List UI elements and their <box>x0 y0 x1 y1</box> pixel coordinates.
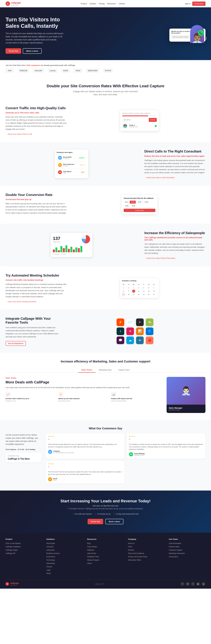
footer-link-c6[interactable]: Information Office <box>128 559 141 561</box>
footer-link-s1[interactable]: Real Estate <box>46 542 55 544</box>
cal-day-18[interactable]: 12 <box>142 290 145 293</box>
time-slot-10[interactable]: 10:00 <box>130 201 136 204</box>
nav-resources[interactable]: Resources <box>107 3 116 5</box>
cal-day-14[interactable]: 8 <box>122 290 125 293</box>
time-slot-13[interactable]: 13:00 <box>144 201 149 204</box>
feature5-link[interactable]: → read more about meeting scheduler <box>6 300 36 303</box>
footer-col-resources: Resources Blog Case Studies Webinars Hel… <box>87 538 124 576</box>
cal-day-8[interactable]: 2 <box>127 286 130 289</box>
footer-link-r3[interactable]: Webinars <box>87 549 94 551</box>
cal-day-13[interactable]: 7 <box>152 286 155 289</box>
bar-3 <box>60 246 62 252</box>
footer-link-u2[interactable]: Inbound Sales <box>169 546 180 548</box>
flow-name-2: Peter Anderson <box>63 164 78 165</box>
footer-link-u4[interactable]: Marketing Automation <box>169 552 185 554</box>
cal-day-11[interactable]: 5 <box>142 286 145 289</box>
footer-link-p4[interactable]: CallPage API <box>6 552 16 554</box>
footer-link-c2[interactable]: Press <box>128 546 132 548</box>
cal-day-12[interactable]: 6 <box>147 286 150 289</box>
footer-link-p1[interactable]: Click to call software <box>6 542 21 544</box>
cal-day-24[interactable]: 18 <box>137 293 140 296</box>
cal-day-23[interactable]: 17 <box>132 293 135 296</box>
footer-social-twitter[interactable]: t <box>191 582 195 586</box>
feature1-mockup: Would you like to receive a free callbac… <box>120 110 159 131</box>
footer-link-r7[interactable]: Status <box>87 562 92 564</box>
footer-social-facebook[interactable]: f <box>180 582 184 586</box>
cal-day-20[interactable]: 14 <box>152 290 155 293</box>
time-slot-15[interactable]: 15:00 <box>130 204 136 207</box>
footer-link-p2[interactable]: CallPage Installation <box>6 546 21 548</box>
footer-link-s6[interactable]: Technology <box>46 559 55 561</box>
time-slot-9[interactable]: 9:00 <box>124 201 129 204</box>
testimonial-avatar-2: PW <box>129 452 133 456</box>
nav-solution[interactable]: Solution <box>90 3 96 5</box>
feature1-mock-btn[interactable]: Call me! <box>149 118 157 122</box>
teams-tab-support[interactable]: Support Team <box>115 368 133 373</box>
footer-link-u5[interactable]: Conversions <box>169 556 178 558</box>
footer-link-s3[interactable]: Automotive <box>46 549 55 551</box>
footer-link-s10[interactable]: Retail <box>46 572 51 574</box>
cal-day-25[interactable]: 19 <box>142 293 145 296</box>
teams-tab-sales[interactable]: Sales Teams <box>78 368 96 373</box>
nav-links: Product Solution Pricing Resources Caree… <box>81 3 125 5</box>
footer-social-youtube[interactable]: ▶ <box>196 582 200 586</box>
footer-link-u3[interactable]: Customer Support <box>169 549 182 551</box>
cal-day-10[interactable]: 4 <box>137 286 140 289</box>
feature2-flow-title: Routing to best agent <box>57 152 86 153</box>
footer-link-r1[interactable]: Blog <box>87 542 90 544</box>
hero-secondary-btn[interactable]: Watch a demo <box>23 48 42 54</box>
cal-day-7[interactable]: 1 <box>122 286 125 289</box>
footer-link-u1[interactable]: Lead Generation <box>169 542 181 544</box>
footer-link-r6[interactable]: Startup Program <box>87 559 100 561</box>
teams-feature-icon-2: ⚡ <box>58 392 63 397</box>
hero-primary-btn[interactable]: Try for free <box>6 48 21 54</box>
footer-link-r2[interactable]: Case Studies <box>87 546 97 548</box>
cal-day-27[interactable]: 21 <box>152 293 155 296</box>
time-slot-11[interactable]: 11:00 <box>136 201 142 204</box>
nav-product[interactable]: Product <box>81 3 87 5</box>
cal-day-15[interactable]: 9 <box>127 290 130 293</box>
popup-confirm-btn[interactable]: Confirm time <box>124 209 155 212</box>
nav-pricing[interactable]: Pricing <box>99 3 104 5</box>
footer-social-instagram[interactable]: ig <box>202 582 206 586</box>
feature2-link[interactable]: → Read more about Lead Automation <box>144 176 175 178</box>
footer-link-c4[interactable]: Terms and Conditions <box>128 552 144 554</box>
trial-button[interactable]: Try for free <box>192 2 206 6</box>
feature1-link[interactable]: → Read more about Click-to-Call <box>6 133 32 135</box>
feature1-title: Convert Traffic into High-Quality Calls <box>6 106 67 110</box>
footer-link-s8[interactable]: Finance <box>46 566 52 568</box>
all-integrations-btn[interactable]: See all integrations <box>6 341 26 346</box>
footer-link-r4[interactable]: Help Center <box>87 552 96 554</box>
signin-link[interactable]: Sign In <box>185 3 190 5</box>
footer-link-s7[interactable]: Networking <box>46 562 55 564</box>
footer-link-r5[interactable]: Feedback Tools <box>87 556 99 558</box>
time-slot-14[interactable]: 14:00 <box>124 204 130 207</box>
cal-day-22[interactable]: 16 <box>127 293 130 296</box>
cal-day-16[interactable]: 10 <box>132 290 135 293</box>
feature1-mock-phone[interactable] <box>122 118 148 122</box>
testimonials-final-title: CallPage Is The Best <box>8 458 40 460</box>
cal-day-9[interactable]: 3 <box>132 286 135 289</box>
footer-social-linkedin[interactable]: in <box>186 582 190 586</box>
footer-link-p3[interactable]: CallPage widget <box>6 549 18 551</box>
footer-link-s5[interactable]: Ecommerce <box>46 556 55 558</box>
feature4-visual: 137 Total Calls ● Answered ● Missed <box>6 233 138 257</box>
teams-tab-marketing[interactable]: Marketing Team <box>96 368 115 373</box>
feature4-link[interactable]: → Read more about Phone Recruiting <box>144 257 175 259</box>
cta-perk-2: ✓ 14 minutes set up <box>95 513 110 515</box>
footer-link-c1[interactable]: About us <box>128 542 134 544</box>
cal-day-21[interactable]: 15 <box>122 293 125 296</box>
nav-careers[interactable]: Careers <box>119 3 125 5</box>
cta-secondary-btn[interactable]: Book a demo <box>105 519 124 524</box>
feature3-title: Double Your Conversion Rate <box>6 192 67 197</box>
footer-link-s4[interactable]: Business services <box>46 552 60 554</box>
footer-link-s9[interactable]: Legal <box>46 569 50 571</box>
cal-day-19[interactable]: 13 <box>147 290 150 293</box>
footer-link-s2[interactable]: Insurance <box>46 546 54 548</box>
cal-day-17[interactable]: 11 <box>137 290 140 293</box>
cta-primary-btn[interactable]: Try for free <box>88 519 103 524</box>
footer-link-c3[interactable]: Partners <box>128 549 134 551</box>
cal-day-26[interactable]: 20 <box>147 293 150 296</box>
teams-feature-3: 📊 Analyze with reports and call reports … <box>111 392 161 402</box>
footer-link-c5[interactable]: Privacy and Cookie Policy <box>128 556 147 558</box>
